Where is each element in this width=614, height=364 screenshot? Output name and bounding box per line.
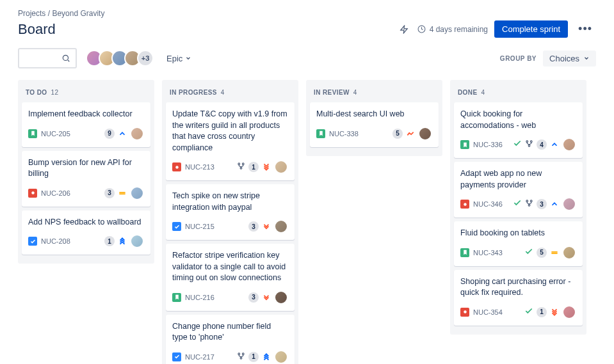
card[interactable]: Adapt web app no new payments providerNU… bbox=[454, 162, 583, 218]
story-points-badge: 1 bbox=[537, 307, 547, 317]
card-key: NUC-213 bbox=[185, 163, 214, 171]
assignee-avatar[interactable] bbox=[274, 350, 288, 364]
column-header[interactable]: IN REVIEW 4 bbox=[310, 85, 439, 102]
card-title: Refactor stripe verification key validat… bbox=[172, 250, 288, 284]
card-key: NUC-216 bbox=[185, 294, 214, 301]
issue-type-icon bbox=[460, 248, 469, 257]
issue-type-icon bbox=[28, 237, 37, 246]
priority-icon bbox=[262, 162, 271, 171]
story-points-badge: 3 bbox=[537, 199, 547, 209]
column-done: DONE 4Quick booking for accomodations - … bbox=[450, 80, 586, 335]
assignee-avatar[interactable] bbox=[562, 305, 576, 319]
assignee-avatar[interactable] bbox=[130, 234, 144, 248]
assignee-avatar[interactable] bbox=[562, 138, 576, 152]
priority-icon bbox=[406, 129, 415, 138]
branch-icon bbox=[525, 198, 533, 210]
card[interactable]: Multi-dest search UI webNUC-3385 bbox=[310, 102, 439, 147]
column-name: DONE bbox=[458, 89, 478, 96]
card[interactable]: Quick booking for accomodations - webNUC… bbox=[454, 102, 583, 158]
column-count: 4 bbox=[481, 89, 485, 96]
card[interactable]: Bump version for new API for billingNUC-… bbox=[22, 151, 150, 207]
column-header[interactable]: IN PROGRESS 4 bbox=[166, 85, 295, 102]
card[interactable]: Tech spike on new stripe integration wit… bbox=[166, 184, 295, 240]
svg-point-9 bbox=[242, 163, 244, 165]
assignee-avatar[interactable] bbox=[562, 246, 576, 260]
priority-icon bbox=[118, 189, 127, 198]
card[interactable]: Implement feedback collectorNUC-2059 bbox=[22, 102, 150, 147]
card[interactable]: Shoping cart purchasing error - quick fi… bbox=[454, 270, 583, 326]
card[interactable]: Change phone number field type to 'phone… bbox=[166, 315, 295, 365]
issue-type-icon bbox=[28, 129, 37, 138]
avatar-overflow[interactable]: +3 bbox=[137, 50, 154, 67]
breadcrumb: Projects / Beyond Gravity bbox=[18, 9, 596, 18]
branch-icon bbox=[237, 161, 245, 173]
priority-icon bbox=[118, 237, 127, 246]
issue-type-icon bbox=[172, 293, 181, 302]
card-title: Shoping cart purchasing error - quick fi… bbox=[460, 276, 576, 299]
story-points-badge: 5 bbox=[392, 129, 403, 139]
done-check-icon bbox=[524, 247, 533, 258]
card-key: NUC-215 bbox=[185, 223, 214, 230]
card-title: Multi-dest search UI web bbox=[316, 109, 432, 120]
story-points-badge: 9 bbox=[104, 129, 115, 139]
svg-point-11 bbox=[238, 352, 240, 354]
priority-icon bbox=[262, 293, 271, 302]
card-key: NUC-336 bbox=[473, 141, 503, 148]
story-points-badge: 1 bbox=[248, 162, 259, 172]
assignee-avatar[interactable] bbox=[274, 160, 288, 174]
svg-point-16 bbox=[528, 145, 530, 146]
svg-point-19 bbox=[530, 200, 532, 202]
svg-point-20 bbox=[528, 204, 530, 206]
card[interactable]: Update T&C copy with v1.9 from the write… bbox=[166, 102, 295, 180]
assignee-avatar[interactable] bbox=[418, 127, 432, 141]
assignee-avatar[interactable] bbox=[274, 290, 288, 305]
issue-type-icon bbox=[460, 308, 469, 317]
breadcrumb-projects[interactable]: Projects bbox=[18, 9, 45, 18]
group-by-label: GROUP BY bbox=[500, 55, 537, 62]
priority-icon bbox=[118, 129, 127, 138]
assignee-avatar[interactable] bbox=[130, 127, 144, 141]
epic-filter[interactable]: Epic bbox=[163, 51, 195, 66]
story-points-badge: 3 bbox=[248, 292, 259, 303]
svg-point-4 bbox=[31, 191, 35, 194]
card[interactable]: Add NPS feedback to wallboardNUC-2081 bbox=[22, 210, 150, 255]
priority-icon bbox=[550, 308, 559, 317]
svg-point-13 bbox=[240, 357, 242, 359]
card-title: Add NPS feedback to wallboard bbox=[28, 217, 144, 228]
card[interactable]: Refactor stripe verification key validat… bbox=[166, 244, 295, 311]
card-title: Implement feedback collector bbox=[28, 109, 144, 120]
card-key: NUC-338 bbox=[329, 130, 359, 138]
svg-point-14 bbox=[526, 141, 528, 143]
group-by-select[interactable]: Choices bbox=[543, 51, 596, 67]
complete-sprint-button[interactable]: Complete sprint bbox=[494, 20, 568, 38]
column-header[interactable]: TO DO 12 bbox=[22, 85, 150, 102]
card-title: Adapt web app no new payments provider bbox=[460, 168, 576, 191]
column-count: 4 bbox=[353, 89, 357, 96]
search-input[interactable] bbox=[18, 48, 77, 68]
breadcrumb-project[interactable]: Beyond Gravity bbox=[52, 9, 104, 18]
story-points-badge: 3 bbox=[248, 221, 259, 232]
svg-point-8 bbox=[238, 163, 240, 165]
assignee-avatar[interactable] bbox=[130, 186, 144, 200]
story-points-badge: 3 bbox=[104, 188, 115, 198]
card-key: NUC-343 bbox=[473, 249, 503, 257]
assignee-avatar[interactable] bbox=[562, 197, 576, 211]
priority-icon bbox=[550, 140, 559, 149]
more-actions-button[interactable]: ••• bbox=[574, 21, 596, 37]
card[interactable]: Fluid booking on tabletsNUC-3435 bbox=[454, 221, 583, 266]
priority-icon bbox=[262, 352, 271, 361]
column-name: TO DO bbox=[26, 89, 47, 96]
column-header[interactable]: DONE 4 bbox=[454, 85, 583, 102]
assignee-filter-avatars: +3 bbox=[86, 50, 154, 67]
svg-point-15 bbox=[530, 141, 532, 143]
automation-icon[interactable] bbox=[397, 22, 411, 36]
chevron-down-icon bbox=[185, 55, 191, 61]
story-points-badge: 1 bbox=[248, 352, 259, 362]
card-title: Fluid booking on tablets bbox=[460, 228, 576, 239]
priority-icon bbox=[550, 200, 559, 209]
card-key: NUC-346 bbox=[473, 200, 503, 208]
page-title: Board bbox=[18, 21, 56, 38]
search-icon bbox=[61, 54, 70, 63]
assignee-avatar[interactable] bbox=[274, 219, 288, 233]
priority-icon bbox=[262, 222, 271, 231]
